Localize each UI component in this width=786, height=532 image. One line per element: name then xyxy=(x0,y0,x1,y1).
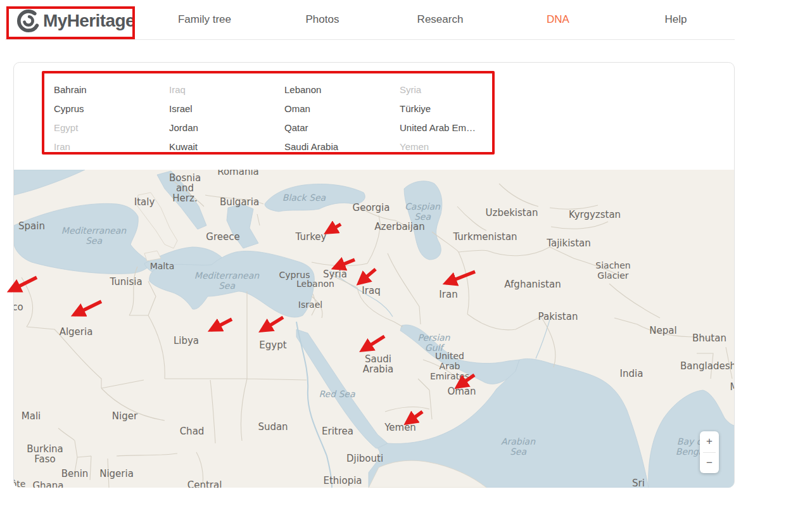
country-item[interactable]: Yemen xyxy=(400,141,515,152)
logo-text: MyHeritage xyxy=(43,11,135,31)
map-label: Ethiopia xyxy=(323,476,362,486)
map-label: Arabian Sea xyxy=(501,436,535,457)
map-label: Bangladesh xyxy=(680,361,734,371)
page: MyHeritage Family treePhotosResearchDNAH… xyxy=(0,0,786,532)
map-label: Siachen Glacier xyxy=(595,260,630,281)
map-label: Israel xyxy=(298,300,322,310)
map-label: ôte xyxy=(14,479,25,488)
map-label: United Arab Emirates xyxy=(430,351,469,381)
country-item[interactable]: Iraq xyxy=(169,84,284,95)
nav-item-help[interactable]: Help xyxy=(617,0,735,39)
map-label: Pakistan xyxy=(538,312,578,322)
map-label: Ghana xyxy=(32,481,63,488)
map-label: Afghanistan xyxy=(504,279,561,289)
country-item[interactable]: Qatar xyxy=(284,122,400,133)
country-item[interactable]: Bahrain xyxy=(54,84,169,95)
country-item[interactable]: Iran xyxy=(54,141,169,152)
map-label: Tunisia xyxy=(110,277,142,287)
map-label: Red Sea xyxy=(319,389,355,399)
country-item[interactable]: Saudi Arabia xyxy=(284,141,400,152)
country-item[interactable]: Jordan xyxy=(169,122,284,133)
map-label: Yemen xyxy=(384,422,416,433)
map-label: Romania xyxy=(217,170,259,177)
map-label: Turkey xyxy=(296,232,327,242)
map-label: Iraq xyxy=(362,286,380,296)
country-list: BahrainCyprusEgyptIranIraqIsraelJordanKu… xyxy=(54,80,515,156)
map-label: Turkmenistan xyxy=(453,232,517,242)
map-label: Mediterranean Sea xyxy=(61,225,126,246)
country-item[interactable]: Cyprus xyxy=(54,103,169,114)
country-item[interactable]: Syria xyxy=(400,84,515,95)
map-label: Eritrea xyxy=(322,426,353,436)
nav-item-photos[interactable]: Photos xyxy=(263,0,381,39)
map-label: Georgia xyxy=(353,203,390,213)
nav-item-family-tree[interactable]: Family tree xyxy=(146,0,263,39)
top-nav-bar: MyHeritage Family treePhotosResearchDNAH… xyxy=(0,0,786,40)
map-label: Uzbekistan xyxy=(486,208,538,218)
map-label: co xyxy=(14,302,23,312)
nav-item-dna[interactable]: DNA xyxy=(499,0,617,39)
country-item[interactable]: Lebanon xyxy=(284,84,400,95)
map-label: Persian Gulf xyxy=(418,332,450,353)
map-label: Niger xyxy=(112,411,137,421)
country-item[interactable]: Oman xyxy=(284,103,400,114)
map-zoom-control: + − xyxy=(700,431,719,473)
myheritage-logo-icon xyxy=(16,9,41,33)
map-label: Lebanon xyxy=(296,279,334,289)
map-label: Burkina Faso xyxy=(27,444,63,464)
nav-item-research[interactable]: Research xyxy=(381,0,499,39)
map-label: Black Sea xyxy=(282,193,326,203)
myheritage-logo[interactable]: MyHeritage xyxy=(16,9,135,33)
map-label: Azerbaijan xyxy=(374,222,424,232)
map-label: Algeria xyxy=(60,327,93,337)
map-label: Mediterranean Sea xyxy=(194,270,259,291)
map-label: Caspian Sea xyxy=(405,201,440,222)
country-item[interactable]: United Arab Em… xyxy=(400,122,515,133)
map-label: Saudi Arabia xyxy=(363,354,394,374)
map-label: M xyxy=(730,382,734,392)
country-item[interactable]: Türkiye xyxy=(400,103,515,114)
map-labels: RomaniaBosnia and Herz.ItalyBulgariaBlac… xyxy=(14,170,734,488)
main-nav: Family treePhotosResearchDNAHelp xyxy=(146,0,735,39)
map-label: Chad xyxy=(180,426,205,436)
map-label: Central xyxy=(187,480,222,488)
map-label: Kyrgyzstan xyxy=(569,210,621,220)
map-label: Sri xyxy=(632,478,645,488)
header-divider xyxy=(5,39,735,40)
middle-east-map[interactable]: RomaniaBosnia and Herz.ItalyBulgariaBlac… xyxy=(14,170,734,488)
map-label: Egypt xyxy=(259,340,286,350)
map-label: Iran xyxy=(439,289,457,300)
map-label: Cyprus xyxy=(279,270,310,280)
map-label: Malta xyxy=(150,261,175,271)
map-label: India xyxy=(620,369,643,379)
map-label: Syria xyxy=(323,269,347,279)
map-label: Benin xyxy=(61,469,89,479)
map-label: Bulgaria xyxy=(220,197,259,207)
country-item[interactable]: Kuwait xyxy=(169,141,284,152)
dna-ethnicity-card: BahrainCyprusEgyptIranIraqIsraelJordanKu… xyxy=(13,62,735,488)
map-label: Nigeria xyxy=(99,469,134,479)
map-label: Nepal xyxy=(649,326,676,336)
map-label: Tajikistan xyxy=(547,238,590,248)
map-label: Libya xyxy=(174,336,199,346)
map-label: Djibouti xyxy=(346,453,383,464)
map-label: Sudan xyxy=(258,422,288,432)
country-item[interactable]: Egypt xyxy=(54,122,169,133)
zoom-out-button[interactable]: − xyxy=(700,453,719,474)
map-label: Spain xyxy=(18,221,45,231)
map-label: Bhutan xyxy=(692,333,726,343)
map-label: Bosnia and Herz. xyxy=(169,173,201,203)
country-item[interactable]: Israel xyxy=(169,103,284,114)
map-label: Mali xyxy=(22,411,41,421)
map-label: Italy xyxy=(134,197,155,207)
map-label: Greece xyxy=(206,232,239,242)
map-label: Oman xyxy=(447,386,476,396)
zoom-in-button[interactable]: + xyxy=(700,431,719,452)
